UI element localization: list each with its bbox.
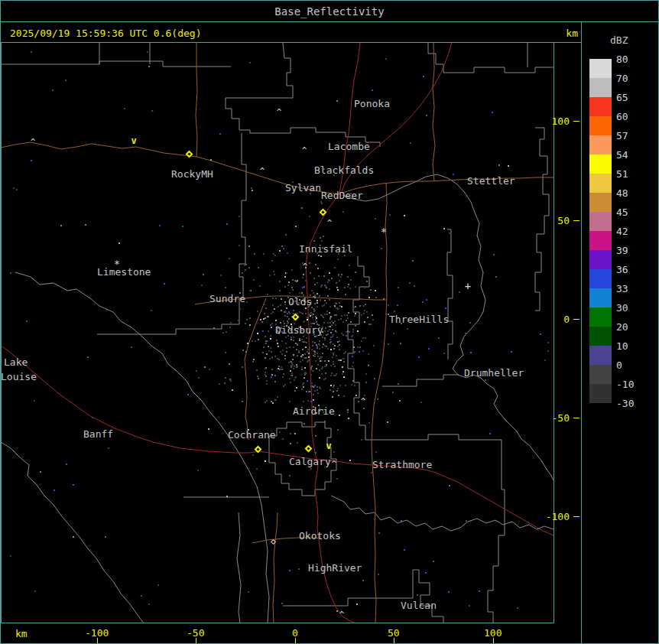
bottom-axis-label: -50 xyxy=(187,628,204,638)
scale-tick-label: -30 xyxy=(616,398,634,408)
scale-tick-label: 51 xyxy=(616,169,628,179)
right-axis-tick xyxy=(573,121,579,122)
bottom-axis-tick xyxy=(97,638,98,643)
scale-block xyxy=(589,135,612,154)
city-label-cochrane: Cochrane xyxy=(228,430,276,440)
bottom-axis-tick xyxy=(196,638,196,643)
timestamp-label: 2025/09/19 15:59:36 UTC 0.6(deg) xyxy=(10,28,201,38)
city-label-stettler: Stettler xyxy=(467,176,515,186)
scale-tick-label: 80 xyxy=(616,54,628,64)
right-axis-tick xyxy=(573,319,579,320)
scale-block xyxy=(589,327,612,346)
dbz-unit-label: dBZ xyxy=(610,35,628,45)
city-label-innisfail: Innisfail xyxy=(299,244,352,254)
right-axis-tick xyxy=(573,516,579,517)
right-axis-tick xyxy=(573,418,579,418)
city-label-okotoks: Okotoks xyxy=(299,531,341,541)
scale-tick-label: 45 xyxy=(616,207,628,217)
city-label-louise: Louise xyxy=(1,372,37,382)
caret-icon: ^ xyxy=(277,108,282,116)
bottom-axis-label: 100 xyxy=(484,628,502,638)
bottom-axis-tick xyxy=(493,638,494,643)
scale-tick-label: 57 xyxy=(616,131,628,141)
bottom-axis-label: 50 xyxy=(388,628,400,638)
caret-icon: ^ xyxy=(302,146,307,154)
scale-tick-label: 42 xyxy=(616,226,628,236)
right-axis-label: 100 xyxy=(538,116,570,126)
scale-tick-label: 33 xyxy=(616,284,628,294)
caret-icon: ^ xyxy=(31,138,36,146)
frame-top-border xyxy=(0,0,659,1)
city-label-airdrie: Airdrie xyxy=(293,406,335,416)
scale-block xyxy=(589,193,612,212)
scale-tick-label: 39 xyxy=(616,246,628,255)
bottom-axis-label: 0 xyxy=(292,628,298,638)
bottom-axis-tick xyxy=(295,638,296,643)
scale-tick-label: 65 xyxy=(616,93,628,102)
window-title: Base_Reflectivity xyxy=(0,6,659,17)
city-label-vulcan: Vulcan xyxy=(401,600,437,610)
scale-tick-label: -10 xyxy=(616,379,634,389)
scale-block xyxy=(589,116,612,135)
city-label-sylvan: Sylvan xyxy=(285,183,321,193)
caret-icon: ^ xyxy=(327,219,333,227)
city-label-banff: Banff xyxy=(83,429,113,439)
city-label-blackfalds: Blackfalds xyxy=(314,165,374,175)
city-label-sundre: Sundre xyxy=(209,294,245,304)
scale-block xyxy=(589,365,612,384)
city-label-ponoka: Ponoka xyxy=(354,99,390,109)
city-label-rockymh: RockyMH xyxy=(171,169,213,179)
right-axis-label: 50 xyxy=(538,216,570,226)
wind-v-icon: v xyxy=(326,441,331,450)
scale-block xyxy=(589,59,612,78)
asterisk-icon: * xyxy=(381,226,387,237)
caret-icon: ^ xyxy=(332,460,337,468)
panel-divider xyxy=(581,21,582,644)
asterisk-icon: * xyxy=(114,259,120,269)
scale-block xyxy=(589,78,612,97)
caret-icon: ^ xyxy=(303,262,308,271)
scale-block xyxy=(589,154,612,174)
right-axis-label: -50 xyxy=(538,413,570,423)
scale-tick-label: 70 xyxy=(616,73,628,83)
scale-tick-label: 54 xyxy=(616,150,628,160)
plus-icon: + xyxy=(465,281,471,291)
scale-tick-label: 48 xyxy=(616,188,628,198)
caret-icon: ^ xyxy=(361,397,366,405)
scale-tick-label: 30 xyxy=(616,303,628,313)
scale-block xyxy=(589,384,612,403)
caret-icon: ^ xyxy=(339,610,345,619)
city-label-didsbury: Didsbury xyxy=(275,325,323,335)
right-axis-label: 0 xyxy=(538,314,570,324)
scale-block xyxy=(589,346,612,365)
scale-block xyxy=(589,212,612,231)
scale-tick-label: 20 xyxy=(616,322,628,332)
city-label-lake: Lake xyxy=(4,357,28,367)
bottom-axis-tick xyxy=(394,638,394,643)
scale-block xyxy=(589,97,612,116)
scale-block xyxy=(589,307,612,327)
scale-tick-label: 10 xyxy=(616,341,628,351)
city-label-limestone: Limestone xyxy=(97,267,151,277)
right-axis-tick xyxy=(573,220,579,221)
city-label-drumheller: Drumheller xyxy=(464,368,524,378)
city-label-olds: Olds xyxy=(288,297,312,307)
bottom-axis-label: -100 xyxy=(85,628,109,638)
right-axis-label: -100 xyxy=(538,512,570,522)
city-label-calgary: Calgary xyxy=(289,457,331,467)
titlebar-bottom-border xyxy=(0,21,659,22)
city-label-highriver: HighRiver xyxy=(308,563,362,573)
scale-tick-label: 36 xyxy=(616,265,628,275)
city-label-strathmore: Strathmore xyxy=(372,460,432,470)
caret-icon: ^ xyxy=(260,167,265,175)
scale-tick-label: 60 xyxy=(616,112,628,122)
city-label-threehills: ThreeHills xyxy=(389,314,449,324)
wind-v-icon: v xyxy=(131,136,136,145)
scale-block xyxy=(589,231,612,250)
city-label-lacombe: Lacombe xyxy=(328,141,370,151)
scale-tick-label: 0 xyxy=(616,360,622,370)
radar-viewer-window: Base_Reflectivity 2025/09/19 15:59:36 UT… xyxy=(0,0,659,644)
km-unit-bottom-left: km xyxy=(15,629,28,639)
km-unit-top-right: km xyxy=(502,28,578,38)
scale-block xyxy=(589,174,612,193)
